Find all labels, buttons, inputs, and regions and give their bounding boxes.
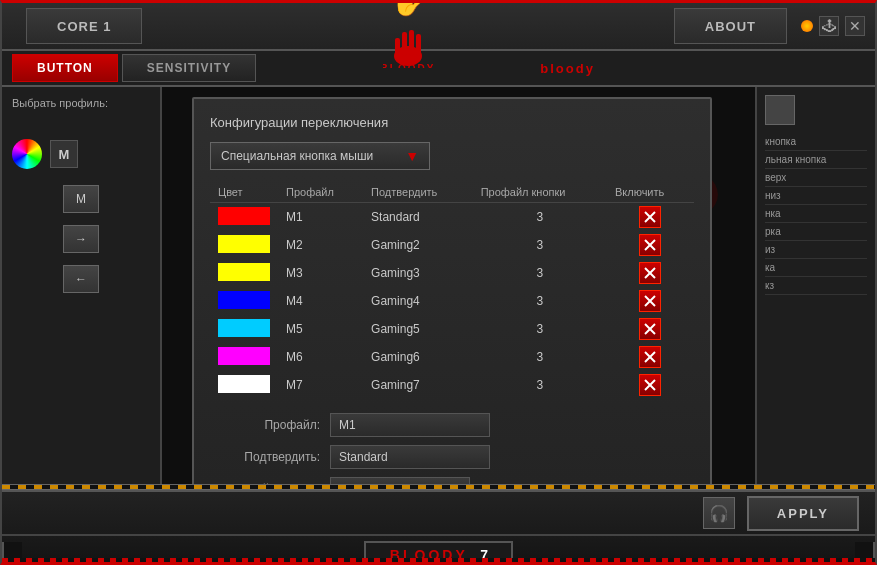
confirm-cell-6: Gaming7 bbox=[363, 371, 473, 399]
app-logo: bloody bbox=[383, 0, 433, 68]
color-cell-4 bbox=[210, 315, 278, 343]
key-profile-cell-6: 3 bbox=[473, 371, 607, 399]
apply-button[interactable]: APPLY bbox=[747, 496, 859, 531]
headphone-icon[interactable]: 🎧 bbox=[703, 497, 735, 529]
form-row-profile: Профайл: bbox=[210, 413, 694, 437]
confirm-cell-3: Gaming4 bbox=[363, 287, 473, 315]
form-key-profile-label: Профайл кнопки: bbox=[210, 482, 330, 484]
dropdown-row: Специальная кнопка мыши ▼ bbox=[210, 142, 694, 170]
delete-button-1[interactable] bbox=[639, 234, 661, 256]
table-row[interactable]: M3 Gaming3 3 bbox=[210, 259, 694, 287]
confirm-cell-1: Gaming2 bbox=[363, 231, 473, 259]
enabled-cell-2 bbox=[607, 259, 694, 287]
m-badge[interactable]: M bbox=[50, 140, 78, 168]
right-sidebar-item-8[interactable]: кз bbox=[765, 277, 867, 295]
nav-about[interactable]: About bbox=[674, 8, 787, 44]
color-swatch-2 bbox=[218, 263, 270, 281]
close-button[interactable]: ✕ bbox=[845, 16, 865, 36]
form-profile-input[interactable] bbox=[330, 413, 490, 437]
svg-text:bloody: bloody bbox=[383, 63, 433, 68]
joystick-icon[interactable]: 🕹 bbox=[819, 16, 839, 36]
delete-button-4[interactable] bbox=[639, 318, 661, 340]
table-row[interactable]: M2 Gaming2 3 bbox=[210, 231, 694, 259]
color-swatch-3 bbox=[218, 291, 270, 309]
right-sidebar-item-3[interactable]: низ bbox=[765, 187, 867, 205]
right-sidebar-item-4[interactable]: нка bbox=[765, 205, 867, 223]
svg-rect-2 bbox=[402, 32, 407, 56]
confirm-cell-0: Standard bbox=[363, 203, 473, 232]
central-area: Конфигурации переключения Специальная кн… bbox=[162, 87, 755, 484]
tab-button[interactable]: Button bbox=[12, 54, 118, 82]
svg-rect-4 bbox=[416, 34, 421, 56]
profile-cell-5: M6 bbox=[278, 343, 363, 371]
profile-cell-0: M1 bbox=[278, 203, 363, 232]
color-swatch-5 bbox=[218, 347, 270, 365]
logo-area: bloody bbox=[146, 0, 669, 68]
dropdown-arrow-icon: ▼ bbox=[405, 148, 419, 164]
back-arrow-button[interactable]: ← bbox=[63, 265, 99, 293]
bottom-bar: 🎧 APPLY bbox=[2, 490, 875, 534]
table-row[interactable]: M5 Gaming5 3 bbox=[210, 315, 694, 343]
confirm-cell-2: Gaming3 bbox=[363, 259, 473, 287]
color-cell-5 bbox=[210, 343, 278, 371]
right-sidebar-item-2[interactable]: верх bbox=[765, 169, 867, 187]
table-row[interactable]: M7 Gaming7 3 bbox=[210, 371, 694, 399]
m-button[interactable]: M bbox=[63, 185, 99, 213]
delete-button-5[interactable] bbox=[639, 346, 661, 368]
key-profile-cell-2: 3 bbox=[473, 259, 607, 287]
delete-button-2[interactable] bbox=[639, 262, 661, 284]
left-sidebar: Выбрать профиль: M M → ← bbox=[2, 87, 162, 484]
key-profile-cell-4: 3 bbox=[473, 315, 607, 343]
col-profile: Профайл bbox=[278, 182, 363, 203]
enabled-cell-6 bbox=[607, 371, 694, 399]
window-controls: 🕹 ✕ bbox=[801, 16, 875, 36]
delete-button-6[interactable] bbox=[639, 374, 661, 396]
color-cell-2 bbox=[210, 259, 278, 287]
forward-arrow-button[interactable]: → bbox=[63, 225, 99, 253]
key-profile-dropdown-icon[interactable]: ▼ bbox=[474, 481, 488, 484]
confirm-cell-5: Gaming6 bbox=[363, 343, 473, 371]
enabled-cell-3 bbox=[607, 287, 694, 315]
key-profile-cell-1: 3 bbox=[473, 231, 607, 259]
color-swatch-4 bbox=[218, 319, 270, 337]
form-confirm-label: Подтвердить: bbox=[210, 450, 330, 464]
right-sidebar-item-5[interactable]: рка bbox=[765, 223, 867, 241]
table-row[interactable]: M1 Standard 3 bbox=[210, 203, 694, 232]
enabled-cell-0 bbox=[607, 203, 694, 232]
color-swatch-6 bbox=[218, 375, 270, 393]
delete-button-0[interactable] bbox=[639, 206, 661, 228]
color-cell-0 bbox=[210, 203, 278, 232]
table-row[interactable]: M4 Gaming4 3 bbox=[210, 287, 694, 315]
profile-cell-4: M5 bbox=[278, 315, 363, 343]
right-sidebar-item-1[interactable]: льная кнопка bbox=[765, 151, 867, 169]
form-confirm-input[interactable] bbox=[330, 445, 490, 469]
profile-dropdown[interactable]: Специальная кнопка мыши ▼ bbox=[210, 142, 430, 170]
right-sidebar-item-6[interactable]: из bbox=[765, 241, 867, 259]
svg-rect-3 bbox=[409, 30, 414, 56]
right-sidebar-item-0[interactable]: кнопка bbox=[765, 133, 867, 151]
col-color: Цвет bbox=[210, 182, 278, 203]
delete-button-3[interactable] bbox=[639, 290, 661, 312]
color-swatch-0 bbox=[218, 207, 270, 225]
dropdown-value: Специальная кнопка мыши bbox=[221, 149, 373, 163]
right-sidebar: кнопкальная кнопкаверхнизнкаркаизкакз bbox=[755, 87, 875, 484]
right-sidebar-item-7[interactable]: ка bbox=[765, 259, 867, 277]
col-key-profile: Профайл кнопки bbox=[473, 182, 607, 203]
key-profile-cell-5: 3 bbox=[473, 343, 607, 371]
color-swatch-1 bbox=[218, 235, 270, 253]
nav-core1[interactable]: Core 1 bbox=[26, 8, 142, 44]
enabled-cell-4 bbox=[607, 315, 694, 343]
dialog-title: Конфигурации переключения bbox=[210, 115, 694, 130]
top-bar: Core 1 bloody About 🕹 ✕ bbox=[2, 3, 875, 51]
m-label: M bbox=[76, 192, 86, 206]
color-wheel-icon[interactable] bbox=[12, 139, 42, 169]
profile-table: Цвет Профайл Подтвердить Профайл кнопки … bbox=[210, 182, 694, 399]
table-row[interactable]: M6 Gaming6 3 bbox=[210, 343, 694, 371]
key-profile-cell-3: 3 bbox=[473, 287, 607, 315]
bottom-accent-strip bbox=[2, 558, 875, 562]
profile-label: Выбрать профиль: bbox=[12, 97, 150, 109]
form-row-key-profile: Профайл кнопки: ▼ bbox=[210, 477, 694, 484]
confirm-cell-4: Gaming5 bbox=[363, 315, 473, 343]
key-profile-cell-0: 3 bbox=[473, 203, 607, 232]
form-key-profile-input[interactable] bbox=[330, 477, 470, 484]
